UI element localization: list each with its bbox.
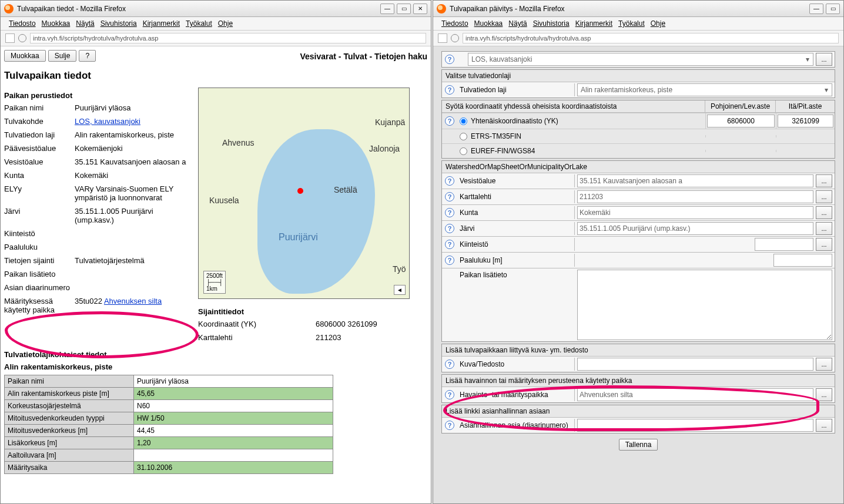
sulje-button[interactable]: Sulje [48,50,77,62]
section-lisaa-kuva: Lisää tulvapaikkaan liittyvä kuva- ym. t… [442,344,835,356]
radio-etrs[interactable] [460,133,467,140]
menu-ohje[interactable]: Ohje [648,18,668,29]
menu-nayta[interactable]: Näytä [73,18,96,29]
help-icon[interactable]: ? [445,390,454,399]
menu-sivuhistoria[interactable]: Sivuhistoria [98,18,139,29]
help-icon[interactable]: ? [445,224,454,233]
menu-tiedosto[interactable]: Tiedosto [439,18,471,29]
pohj-input[interactable] [707,115,775,127]
menu-kirjanmerkit[interactable]: Kirjanmerkit [140,18,182,29]
help-button[interactable]: ? [79,50,96,62]
coord-header-pohj: Pohjoinen/Lev.aste [705,100,776,112]
data-table: Paikan nimiPuurijärvi yläosaAlin rakenta… [4,375,333,474]
menu-ohje[interactable]: Ohje [216,18,235,29]
maarit-link[interactable]: Ahvenuksen silta [104,297,162,305]
browse-button[interactable]: ... [816,190,832,203]
window-title-right: Tulvapaikan päivitys - Mozilla Firefox [450,5,565,13]
browse-button[interactable]: ... [816,53,832,66]
close-window-button[interactable]: ✕ [413,4,427,14]
havainto-input[interactable] [577,388,813,401]
firefox-icon [4,4,14,14]
urlbar-right [433,31,843,46]
help-icon[interactable]: ? [445,116,454,126]
url-input-left[interactable] [30,33,426,43]
help-icon[interactable]: ? [445,85,454,95]
help-icon[interactable]: ? [445,176,454,186]
tulvakohde-dropdown[interactable]: LOS, kauvatsanjoki [468,53,813,66]
muokkaa-button[interactable]: Muokkaa [4,50,46,62]
section-linkki: Lisää linkki asianhallinnan asiaan [442,405,835,417]
table-value: 31.10.2006 [134,462,333,474]
help-icon[interactable]: ? [445,192,454,201]
help-icon[interactable]: ? [445,421,454,430]
section-watershed: WatershedOrMapSheetOrMunicipalityOrLake [442,161,835,173]
page-heading: Tulvapaikan tiedot [4,70,427,82]
browse-button[interactable]: ... [816,174,832,187]
url-input-right[interactable] [463,33,839,43]
section-koord: Syötä koordinaatit yhdessä oheisista koo… [442,100,705,112]
menu-tiedosto[interactable]: Tiedosto [6,18,38,29]
browse-button[interactable]: ... [816,358,832,371]
location-map[interactable]: Puurijärvi Ahvenus Kuusela Setälä Kujanp… [198,88,410,299]
menu-muokkaa[interactable]: Muokkaa [472,18,505,29]
tulvatiedon-dropdown[interactable]: Alin rakentamiskorkeus, piste [577,83,832,96]
map-label-jalonoja: Jalonoja [369,144,400,153]
browse-button[interactable]: ... [816,206,832,219]
tab-icon[interactable] [5,33,15,43]
table-label: Paikan nimi [5,375,134,388]
minimize-button[interactable]: — [809,4,823,14]
help-icon[interactable]: ? [445,256,454,265]
browse-button[interactable]: ... [816,419,832,432]
minimize-button[interactable]: — [380,4,394,14]
kuva-input[interactable] [577,358,813,371]
map-nav[interactable]: ◄ [394,285,406,295]
help-icon[interactable]: ? [445,240,454,249]
asia-input[interactable] [577,419,813,432]
content-left: Muokkaa Sulje ? Vesivarat - Tulvat - Tie… [1,46,431,503]
window-tiedot: Tulvapaikan tiedot - Mozilla Firefox — ▭… [0,0,431,504]
maarit-id: 35tu022 [75,297,102,305]
vesistoalue-input[interactable] [577,174,813,187]
menu-sivuhistoria[interactable]: Sivuhistoria [531,18,572,29]
map-label-puurijarvi: Puurijärvi [279,232,318,243]
table-value: 1,20 [134,437,333,449]
titlebar-right: Tulvapaikan päivitys - Mozilla Firefox —… [433,1,843,17]
help-icon[interactable]: ? [445,359,454,369]
radio-yk[interactable] [460,117,467,125]
browse-button[interactable]: ... [816,222,832,235]
tulvakohde-link[interactable]: LOS, kauvatsanjoki [75,117,140,126]
ita-input[interactable] [778,115,833,127]
tallenna-button[interactable]: Tallenna [619,439,658,451]
browse-button[interactable]: ... [816,388,832,401]
help-icon[interactable]: ? [445,55,454,64]
menu-tyokalut[interactable]: Työkalut [183,18,215,29]
section-basic: Paikan perustiedot [4,91,192,100]
radio-euref[interactable] [460,147,467,155]
paaluluku [75,243,192,251]
titlebar-left: Tulvapaikan tiedot - Mozilla Firefox — ▭… [1,1,431,17]
tab-icon[interactable] [438,33,447,43]
paikan-nimi: Puurijärvi yläosa [75,103,192,112]
content-right: ? LOS, kauvatsanjoki... Valitse tulvatie… [433,46,843,503]
window-paivitys: Tulvapaikan päivitys - Mozilla Firefox —… [433,0,844,504]
menu-muokkaa[interactable]: Muokkaa [39,18,73,29]
karttalehti-input[interactable] [577,190,813,203]
table-label: Mitoitusvedenkorkeuden tyyppi [5,412,134,425]
kiinteisto-input[interactable] [755,238,813,251]
map-marker [297,188,303,194]
lisatieto-textarea[interactable] [577,270,832,340]
maximize-button[interactable]: ▭ [397,4,411,14]
maximize-button[interactable]: ▭ [826,4,840,14]
tulva-heading: Tulvatietolajikohtaiset tiedot [4,350,427,359]
tietojen-sijainti: Tulvatietojärjestelmä [75,256,192,265]
paaluluku-input[interactable] [773,254,832,267]
kunta-input[interactable] [577,206,813,219]
karttalehti: 211203 [316,333,410,342]
menu-nayta[interactable]: Näytä [506,18,529,29]
menu-tyokalut[interactable]: Työkalut [616,18,647,29]
menu-kirjanmerkit[interactable]: Kirjanmerkit [573,18,615,29]
menubar-right: Tiedosto Muokkaa Näytä Sivuhistoria Kirj… [433,17,843,31]
help-icon[interactable]: ? [445,208,454,217]
browse-button[interactable]: ... [816,238,832,251]
jarvi-input[interactable] [577,222,813,235]
